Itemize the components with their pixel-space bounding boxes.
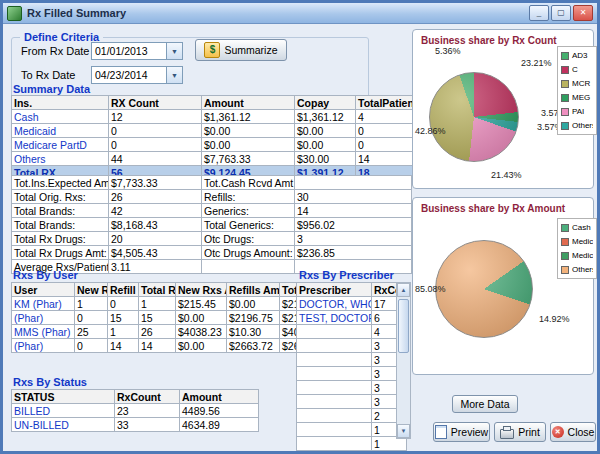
column-header[interactable]: Total R <box>139 283 176 297</box>
legend-label: Others <box>572 265 593 274</box>
column-header[interactable]: Refills Amt <box>227 283 280 297</box>
table-row[interactable]: 1 <box>297 437 407 451</box>
table-cell: Tot.Cash Rcvd Amt <box>202 176 295 190</box>
table-row[interactable]: (Phar)01414$0.00$2663.72$2663.72 <box>12 339 329 353</box>
column-header[interactable]: Refill <box>108 283 139 297</box>
maximize-button[interactable]: ▢ <box>551 5 571 21</box>
close-circle-icon: ✕ <box>552 426 564 438</box>
table-row[interactable]: Total Rx Drugs:20Otc Drugs:3 <box>12 232 412 246</box>
table-row[interactable]: Cash12$1,361.12$1,361.124 <box>12 110 417 124</box>
legend-item: C <box>561 65 593 74</box>
table-cell: $0.00 <box>202 124 295 138</box>
table-row[interactable]: KM (Phar)101$215.45$0.00$215.45 <box>12 297 329 311</box>
table-row[interactable]: 3 <box>297 381 407 395</box>
summarize-button[interactable]: $ Summarize <box>195 39 287 61</box>
table-cell: $215.45 <box>176 297 227 311</box>
legend-item: AD3 <box>561 51 593 60</box>
column-header[interactable]: Amount <box>180 390 259 404</box>
dollar-icon: $ <box>204 42 220 58</box>
table-row[interactable]: BILLED234489.56 <box>12 404 259 418</box>
table-row[interactable]: TEST, DOCTOR6 <box>297 311 407 325</box>
scroll-down-icon[interactable]: ▼ <box>397 424 410 438</box>
table-cell <box>297 423 372 437</box>
table-cell <box>297 437 372 451</box>
table-cell: 14 <box>356 152 417 166</box>
table-cell: (Phar) <box>12 311 75 325</box>
table-row[interactable]: Others44$7,763.33$30.0014 <box>12 152 417 166</box>
table-row[interactable]: Medicare PartD0$0.00$0.000 <box>12 138 417 152</box>
legend-item: PAI <box>561 107 593 116</box>
rxs-by-status-heading: Rxs By Status <box>13 376 87 388</box>
table-row[interactable]: 3 <box>297 367 407 381</box>
column-header[interactable]: STATUS <box>12 390 115 404</box>
title-bar: Rx Filled Summary _ ▢ ✕ <box>3 3 597 24</box>
table-cell: $236.85 <box>295 246 412 260</box>
table-cell: Medicaid <box>12 124 109 138</box>
scrollbar-thumb[interactable] <box>398 299 409 353</box>
table-row[interactable]: 3 <box>297 353 407 367</box>
legend-item: MCR <box>561 79 593 88</box>
table-cell: 12 <box>109 110 202 124</box>
table-cell: 23 <box>115 404 180 418</box>
table-row[interactable]: Total Brands:42Generics:14 <box>12 204 412 218</box>
table-row[interactable]: Total Orig. Rxs:26Refills:30 <box>12 190 412 204</box>
table-cell: Total Orig. Rxs: <box>12 190 109 204</box>
table-cell: $4,505.43 <box>109 246 202 260</box>
close-button[interactable]: ✕ Close <box>550 422 596 442</box>
chevron-down-icon[interactable]: ▼ <box>166 67 182 83</box>
table-row[interactable]: DOCTOR, WHO17 <box>297 297 407 311</box>
table-row[interactable]: 1 <box>297 423 407 437</box>
pie-percent-label: 14.92% <box>539 314 570 324</box>
table-row[interactable]: Total Rx Drugs Amt:$4,505.43Otc Drugs Am… <box>12 246 412 260</box>
legend-label: PAI <box>572 107 584 116</box>
column-header[interactable]: RxCount <box>115 390 180 404</box>
column-header[interactable]: TotalPatients <box>356 96 417 110</box>
column-header[interactable]: New R <box>75 283 108 297</box>
table-cell: 3 <box>295 232 412 246</box>
table-row[interactable]: 3 <box>297 395 407 409</box>
legend-label: Medica.. <box>572 251 593 260</box>
more-data-button[interactable]: More Data <box>452 395 518 413</box>
column-header[interactable]: RX Count <box>109 96 202 110</box>
from-date-select[interactable]: 01/01/2013 ▼ <box>91 42 183 60</box>
close-window-button[interactable]: ✕ <box>573 5 593 21</box>
rx-count-chart-title: Business share by Rx Count <box>421 35 557 46</box>
preview-button[interactable]: Preview <box>433 422 490 442</box>
table-row[interactable]: UN-BILLED334634.89 <box>12 418 259 432</box>
print-button[interactable]: Print <box>494 422 546 442</box>
table-cell: $0.00 <box>295 124 356 138</box>
prescriber-scrollbar[interactable]: ▲ ▼ <box>396 282 411 439</box>
column-header[interactable]: User <box>12 283 75 297</box>
legend-swatch-icon <box>561 238 569 246</box>
scroll-up-icon[interactable]: ▲ <box>397 283 410 297</box>
table-row[interactable]: 2 <box>297 409 407 423</box>
minimize-button[interactable]: _ <box>529 5 549 21</box>
table-cell: $1,361.12 <box>295 110 356 124</box>
printer-icon <box>500 429 514 439</box>
header-row: STATUSRxCountAmount <box>12 390 259 404</box>
header-row: Ins.RX CountAmountCopayTotalPatients <box>12 96 417 110</box>
legend-item: Cash <box>561 223 593 232</box>
table-cell: Total Brands: <box>12 204 109 218</box>
table-row[interactable]: MMS (Phar)25126$4038.23$10.30$4048.53 <box>12 325 329 339</box>
column-header[interactable]: Ins. <box>12 96 109 110</box>
legend-item: Others <box>561 265 593 274</box>
table-row[interactable]: Medicaid0$0.00$0.000 <box>12 124 417 138</box>
table-cell: $8,168.43 <box>109 218 202 232</box>
column-header[interactable]: New Rxs A <box>176 283 227 297</box>
chevron-down-icon[interactable]: ▼ <box>166 43 182 59</box>
to-date-select[interactable]: 04/23/2014 ▼ <box>91 66 183 84</box>
table-cell: 14 <box>139 339 176 353</box>
table-cell: $30.00 <box>295 152 356 166</box>
preview-icon <box>435 425 447 439</box>
table-row[interactable]: (Phar)01515$0.00$2196.75$2196.75 <box>12 311 329 325</box>
column-header[interactable]: Prescriber <box>297 283 372 297</box>
table-cell: Others <box>12 152 109 166</box>
column-header[interactable]: Copay <box>295 96 356 110</box>
table-row[interactable]: 4 <box>297 325 407 339</box>
table-row[interactable]: 3 <box>297 339 407 353</box>
column-header[interactable]: Amount <box>202 96 295 110</box>
table-row[interactable]: Total Brands:$8,168.43Total Generics:$95… <box>12 218 412 232</box>
rxs-by-prescriber-heading: Rxs By Prescriber <box>299 269 394 281</box>
table-row[interactable]: Tot.Ins.Expected Amt$7,733.33Tot.Cash Rc… <box>12 176 412 190</box>
